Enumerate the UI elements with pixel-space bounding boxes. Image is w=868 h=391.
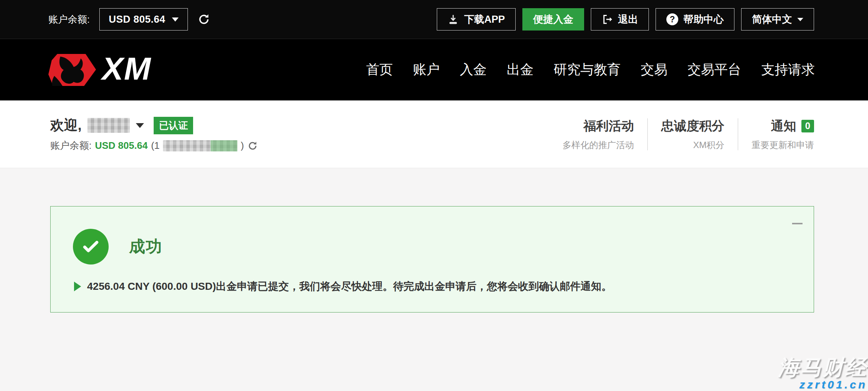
refresh-balance-button[interactable] bbox=[198, 13, 210, 26]
help-icon: ? bbox=[666, 13, 678, 25]
alert-title: 成功 bbox=[129, 236, 163, 257]
success-check-icon bbox=[73, 229, 109, 265]
bullet-triangle-icon bbox=[74, 282, 81, 291]
main-header: XM 首页 账户 入金 出金 研究与教育 交易 交易平台 支持请求 bbox=[0, 39, 868, 100]
top-utility-bar: 账户余额: USD 805.64 下载APP 便捷入金 bbox=[0, 0, 868, 39]
withdrawal-confirmation-message: 4256.04 CNY (600.00 USD)出金申请已提交，我们将会尽快处理… bbox=[87, 279, 612, 294]
welcome-greeting: 欢迎, bbox=[50, 116, 81, 135]
main-content: 成功 4256.04 CNY (600.00 USD)出金申请已提交，我们将会尽… bbox=[0, 168, 868, 391]
success-alert: 成功 4256.04 CNY (600.00 USD)出金申请已提交，我们将会尽… bbox=[50, 206, 814, 313]
nav-item-research-education[interactable]: 研究与教育 bbox=[554, 61, 621, 79]
main-nav: 首页 账户 入金 出金 研究与教育 交易 交易平台 支持请求 bbox=[366, 61, 815, 79]
nav-item-deposit[interactable]: 入金 bbox=[460, 61, 487, 79]
easy-deposit-button[interactable]: 便捷入金 bbox=[522, 8, 584, 31]
verified-status-badge: 已认证 bbox=[154, 117, 193, 134]
nav-item-withdrawal[interactable]: 出金 bbox=[507, 61, 534, 79]
welcome-balance-value: USD 805.64 bbox=[95, 140, 148, 151]
notification-count-badge: 0 bbox=[801, 120, 814, 132]
chevron-down-icon bbox=[797, 18, 803, 21]
alert-header: 成功 bbox=[73, 229, 163, 265]
account-number-close: ) bbox=[241, 140, 244, 151]
refresh-account-balance-button[interactable] bbox=[247, 141, 258, 151]
download-app-label: 下载APP bbox=[464, 13, 505, 26]
nav-item-account[interactable]: 账户 bbox=[413, 61, 440, 79]
language-label: 简体中文 bbox=[752, 13, 792, 26]
xm-logo[interactable]: XM bbox=[48, 53, 151, 87]
welcome-bar: 欢迎, 已认证 账户余额: USD 805.64 (1 ) bbox=[0, 100, 868, 168]
download-icon bbox=[448, 14, 459, 25]
topbar-actions: 下载APP 便捷入金 退出 ? 帮助中心 简体中文 bbox=[437, 8, 814, 31]
logout-button[interactable]: 退出 bbox=[591, 8, 649, 31]
notifications-link[interactable]: 通知 0 重要更新和申请 bbox=[738, 118, 814, 151]
logout-label: 退出 bbox=[618, 13, 638, 26]
promotions-title: 福利活动 bbox=[563, 118, 634, 135]
loyalty-points-link[interactable]: 忠诚度积分 XM积分 bbox=[648, 118, 738, 151]
promotions-subtitle: 多样化的推广活动 bbox=[563, 139, 634, 151]
alert-message-row: 4256.04 CNY (600.00 USD)出金申请已提交，我们将会尽快处理… bbox=[74, 279, 612, 294]
account-balance-line: 账户余额: USD 805.64 (1 ) bbox=[50, 139, 258, 152]
easy-deposit-label: 便捷入金 bbox=[533, 13, 573, 26]
balance-value: USD 805.64 bbox=[109, 14, 165, 25]
refresh-icon bbox=[198, 13, 210, 26]
page: 账户余额: USD 805.64 下载APP 便捷入金 bbox=[0, 0, 868, 391]
nav-item-support[interactable]: 支持请求 bbox=[761, 61, 815, 79]
download-app-button[interactable]: 下载APP bbox=[437, 8, 516, 31]
account-switcher-chevron-icon[interactable] bbox=[136, 123, 144, 128]
language-selector[interactable]: 简体中文 bbox=[741, 8, 814, 31]
collapse-alert-button[interactable] bbox=[792, 223, 803, 224]
quick-links: 福利活动 多样化的推广活动 忠诚度积分 XM积分 通知 0 重要更新和申请 bbox=[549, 118, 814, 151]
notifications-subtitle: 重要更新和申请 bbox=[752, 139, 814, 151]
welcome-balance-label: 账户余额: bbox=[50, 139, 92, 152]
username-redacted bbox=[87, 118, 130, 133]
promotions-link[interactable]: 福利活动 多样化的推广活动 bbox=[549, 118, 647, 151]
nav-item-home[interactable]: 首页 bbox=[366, 61, 393, 79]
notifications-title: 通知 0 bbox=[752, 118, 814, 135]
account-number-open: (1 bbox=[151, 140, 160, 151]
help-center-button[interactable]: ? 帮助中心 bbox=[656, 8, 734, 31]
balance-group: 账户余额: USD 805.64 bbox=[48, 8, 210, 31]
account-number-redacted bbox=[163, 140, 237, 151]
loyalty-title: 忠诚度积分 bbox=[661, 118, 724, 135]
notifications-label: 通知 bbox=[771, 118, 796, 135]
nav-item-platforms[interactable]: 交易平台 bbox=[688, 61, 741, 79]
account-balance-dropdown[interactable]: USD 805.64 bbox=[99, 8, 188, 31]
refresh-icon bbox=[247, 141, 258, 151]
welcome-line: 欢迎, 已认证 bbox=[50, 116, 258, 135]
balance-label: 账户余额: bbox=[48, 13, 90, 26]
logo-text: XM bbox=[102, 52, 151, 84]
chevron-down-icon bbox=[172, 17, 179, 22]
help-center-label: 帮助中心 bbox=[683, 13, 724, 26]
welcome-info: 欢迎, 已认证 账户余额: USD 805.64 (1 ) bbox=[50, 116, 258, 152]
logout-icon bbox=[602, 14, 613, 25]
nav-item-trading[interactable]: 交易 bbox=[641, 61, 667, 79]
xm-bull-emblem-icon bbox=[48, 53, 97, 87]
loyalty-subtitle: XM积分 bbox=[661, 139, 724, 151]
